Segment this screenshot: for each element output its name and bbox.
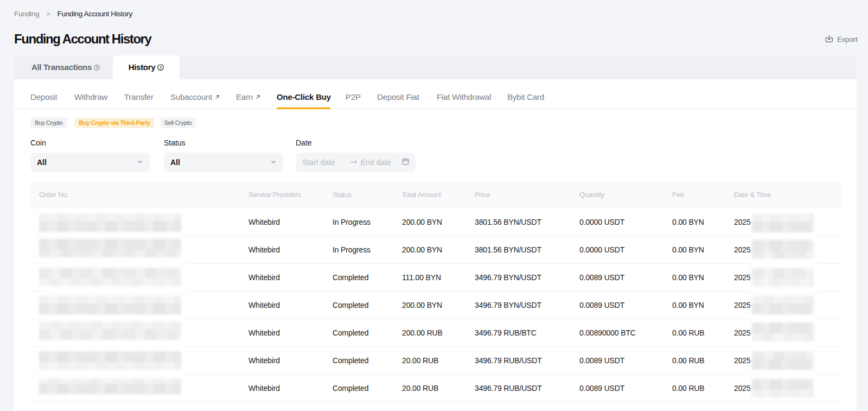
svg-text:?: ? xyxy=(159,65,162,70)
svg-text:?: ? xyxy=(96,66,98,69)
